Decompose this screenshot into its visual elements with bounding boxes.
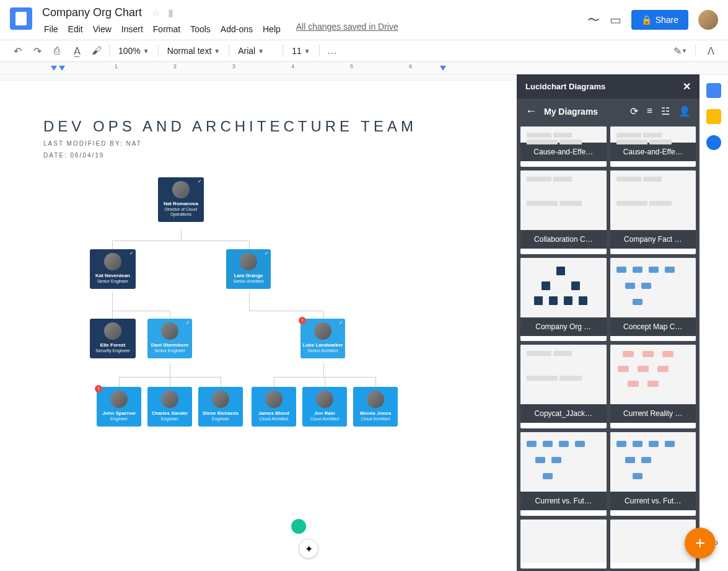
diagram-tile[interactable]: Cause-and-Effe… [610,126,696,167]
org-card[interactable]: Illinois JonesCloud Architect [353,387,398,427]
org-card[interactable]: !John SparrowEngineer [97,387,141,427]
list-icon[interactable]: ☳ [661,105,670,117]
indent-marker-left[interactable] [51,66,57,72]
ruler[interactable]: 1 2 3 4 5 6 [0,62,728,74]
org-chart-diagram[interactable]: ✓Nat RomanovaDirector of Cloud Operation… [43,177,473,456]
more-button[interactable]: … [325,43,340,58]
person-role: Senior Engineer [92,279,134,284]
document-title[interactable]: Company Org Chart [40,5,144,20]
user-icon[interactable]: 👤 [678,105,691,117]
menu-file[interactable]: File [40,22,63,37]
explore-button[interactable]: ✦ [299,539,318,559]
save-status[interactable]: All changes saved in Drive [296,22,398,37]
refresh-icon[interactable]: ⟳ [630,105,638,117]
share-button[interactable]: 🔒 Share [631,10,688,30]
star-icon[interactable]: ☆ [152,7,160,19]
diagram-label: Company Fact … [610,230,696,249]
undo-button[interactable]: ↶ [10,43,25,58]
back-icon[interactable]: ← [525,105,537,118]
menu-format[interactable]: Format [149,22,185,37]
document-area[interactable]: DEV OPS AND ARCHITECTURE TEAM LAST MODIF… [0,74,517,571]
activity-icon[interactable]: 〜 [587,12,600,29]
separator [229,45,229,57]
diagram-tile[interactable] [610,520,696,569]
diagram-tile[interactable]: Current vs. Fut… [610,432,696,516]
org-card[interactable]: James BlondCloud Architect [252,387,296,427]
close-icon[interactable]: ✕ [683,81,691,92]
comments-icon[interactable]: ▭ [610,12,621,27]
menu-tools[interactable]: Tools [186,22,215,37]
diagram-tile[interactable]: Current vs. Fut… [520,432,607,516]
diagram-label: Copycat_JJack… [520,404,607,423]
diagram-thumbnail [610,170,696,230]
diagram-tile[interactable]: Company Fact … [610,170,696,254]
spellcheck-button[interactable]: A̲ [69,43,84,58]
tasks-icon[interactable] [706,135,721,150]
zoom-select[interactable]: 100%▼ [115,46,153,56]
separator [283,45,283,57]
org-card[interactable]: Steve RichardsEngineer [198,387,243,427]
person-name: Charles Xander [149,410,190,417]
person-name: Nat Romanova [160,201,202,207]
diagram-label: Company Org … [520,317,607,336]
check-icon: ✓ [263,250,270,257]
org-card[interactable]: !✓Luke LandwalkerSenior Architect [300,319,345,358]
print-button[interactable]: ⎙ [50,43,64,58]
edit-mode-button[interactable]: ✎ ▼ [673,43,688,58]
diagram-tile[interactable]: Copycat_JJack… [520,345,607,428]
fontsize-select[interactable]: 11▼ [288,46,314,56]
person-role: Cloud Architect [304,417,345,422]
avatar [161,391,178,408]
docs-icon[interactable] [10,7,32,30]
org-card[interactable]: ✓Nat RomanovaDirector of Cloud Operation… [158,177,204,222]
diagram-thumbnail [610,432,696,492]
avatar [314,322,331,340]
folder-icon[interactable]: ▮ [168,7,173,19]
keep-icon[interactable] [706,109,721,124]
separator [158,45,159,57]
paint-format-button[interactable]: 🖌 [89,43,104,58]
calendar-icon[interactable] [706,83,721,98]
sort-icon[interactable]: ≡ [647,105,652,117]
org-card[interactable]: ✓Dani StormbornSenior Engineer [147,319,192,358]
avatar [161,322,178,340]
diagram-tile[interactable]: Company Org … [520,258,607,342]
indent-marker-first[interactable] [59,66,65,72]
font-select[interactable]: Arial▼ [234,46,278,56]
menu-view[interactable]: View [89,22,116,37]
sidebar-section: My Diagrams [544,107,623,117]
indent-marker-right[interactable] [440,66,446,72]
separator [109,45,110,57]
grammarly-icon[interactable] [291,519,306,534]
menu-help[interactable]: Help [258,22,285,37]
separator [695,45,696,57]
org-card[interactable]: Jon RainCloud Architect [302,387,347,427]
collapse-button[interactable]: ᐱ [703,43,718,58]
org-card[interactable]: Charles XanderEngineer [147,387,192,427]
diagram-label: Cause-and-Effe… [520,143,607,161]
diagram-tile[interactable]: Concept Map C… [610,258,696,342]
diagram-tile[interactable]: Current Reality … [610,345,696,428]
expand-panel-icon[interactable]: › [709,535,724,550]
diagram-tile[interactable]: Cause-and-Effe… [520,126,607,167]
org-card[interactable]: ✓Kat NeverdeanSenior Engineer [90,249,136,289]
diagram-thumbnail [520,520,607,563]
avatar [172,181,190,198]
menu-insert[interactable]: Insert [117,22,147,37]
avatar [367,391,384,408]
style-select[interactable]: Normal text▼ [164,46,224,56]
org-card[interactable]: Elle ForestSecurity Engineer [90,319,136,358]
doc-date: DATE: 06/04/19 [43,152,473,159]
menu-addons[interactable]: Add-ons [216,22,257,37]
redo-button[interactable]: ↷ [30,43,45,58]
org-card[interactable]: ✓Lara GrangeSenior Architect [226,249,271,289]
diagram-tile[interactable]: Collaboration C… [520,170,607,254]
menu-edit[interactable]: Edit [64,22,87,37]
avatar [265,391,283,408]
diagram-tile[interactable] [520,520,607,569]
person-role: Senior Engineer [149,348,190,353]
diagram-label: Cause-and-Effe… [610,143,696,161]
user-avatar[interactable] [698,10,718,30]
person-name: Lara Grange [228,273,269,279]
warning-icon: ! [95,385,102,392]
